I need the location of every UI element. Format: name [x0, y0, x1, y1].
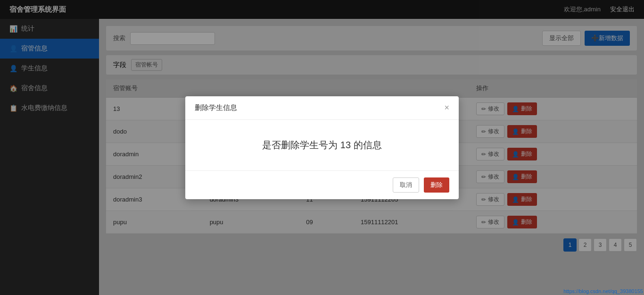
- watermark: https://blog.csdn.net/qq_39380155: [563, 288, 643, 294]
- modal-body: 是否删除学生号为 13 的信息: [185, 120, 459, 170]
- modal-header: 删除学生信息 ×: [185, 96, 459, 120]
- modal-cancel-button[interactable]: 取消: [393, 177, 419, 193]
- modal-close-button[interactable]: ×: [444, 103, 449, 113]
- modal-overlay: 删除学生信息 × 是否删除学生号为 13 的信息 取消 删除: [0, 0, 644, 295]
- modal-message: 是否删除学生号为 13 的信息: [262, 140, 381, 150]
- modal-footer: 取消 删除: [185, 170, 459, 199]
- modal-title: 删除学生信息: [195, 103, 237, 112]
- modal-confirm-button[interactable]: 删除: [424, 177, 449, 193]
- delete-modal: 删除学生信息 × 是否删除学生号为 13 的信息 取消 删除: [185, 96, 459, 199]
